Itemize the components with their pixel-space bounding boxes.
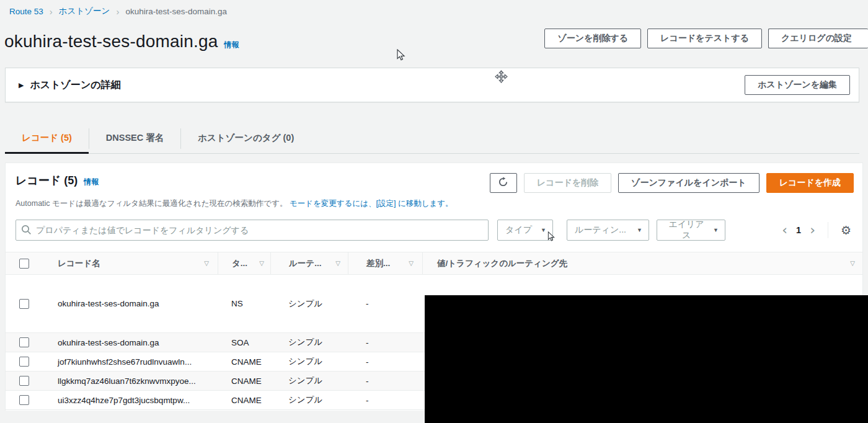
record-routing: シンプル: [288, 337, 322, 348]
record-differentiator: -: [366, 299, 369, 308]
row-checkbox[interactable]: [19, 337, 29, 347]
change-mode-settings-link[interactable]: モードを変更するには、[設定] に移動します。: [290, 199, 453, 208]
records-action-buttons: レコードを削除 ゾーンファイルをインポート レコードを作成: [490, 173, 855, 193]
header-action-buttons: ゾーンを削除する レコードをテストする クエリログの設定: [544, 29, 868, 48]
record-name: jof7kiunhwhsf2shse67rudlnvuawln...: [58, 357, 192, 367]
alias-filter-dropdown[interactable]: エイリアス ▼: [657, 220, 725, 241]
next-page-button[interactable]: ›: [810, 223, 815, 237]
record-name: okuhira-test-ses-domain.ga: [58, 299, 159, 308]
sort-icon[interactable]: ▽: [850, 260, 855, 267]
tab-records[interactable]: レコード (5): [5, 123, 89, 154]
query-logging-button[interactable]: クエリログの設定: [768, 29, 868, 48]
records-info-link[interactable]: 情報: [84, 177, 99, 187]
select-all-checkbox[interactable]: [19, 259, 29, 269]
import-zone-file-button[interactable]: ゾーンファイルをインポート: [618, 173, 760, 193]
refresh-icon: [498, 177, 508, 189]
record-filter-input[interactable]: [16, 220, 489, 241]
sort-icon[interactable]: ▽: [409, 260, 414, 267]
breadcrumb-separator-icon: ›: [50, 6, 53, 17]
routing-filter-label: ルーティン...: [575, 225, 626, 236]
row-checkbox[interactable]: [19, 299, 29, 309]
column-header-differentiator: 差別...: [366, 258, 390, 269]
hosted-zone-details-expander[interactable]: ▶ ホストゾーンの詳細: [19, 79, 121, 92]
pagination: ‹ 1 › ⚙: [782, 222, 855, 238]
record-routing: シンプル: [288, 356, 322, 367]
tab-dnssec-signing[interactable]: DNSSEC 署名: [89, 123, 180, 154]
record-differentiator: -: [366, 396, 369, 405]
records-description-text: Automatic モードは最適なフィルタ結果に最適化された現在の検索動作です。: [16, 199, 287, 208]
record-type: CNAME: [231, 357, 262, 367]
table-header-row: レコード名 ▽ タ... ▽ ルーテ... ▽ 差別... ▽ 値/トラフィック…: [6, 252, 862, 275]
record-routing: シンプル: [288, 394, 322, 406]
breadcrumb-separator-icon: ›: [116, 6, 119, 17]
record-routing: シンプル: [288, 375, 322, 386]
breadcrumb-route53-link[interactable]: Route 53: [9, 7, 43, 16]
delete-record-button[interactable]: レコードを削除: [524, 173, 611, 193]
move-cursor-icon: [495, 70, 508, 85]
page-title: okuhira-test-ses-domain.ga: [4, 32, 218, 51]
records-description: Automatic モードは最適なフィルタ結果に最適化された現在の検索動作です。…: [6, 198, 862, 209]
row-checkbox[interactable]: [19, 357, 29, 367]
record-name: okuhira-test-ses-domain.ga: [58, 338, 159, 347]
expander-arrow-icon: ▶: [19, 81, 24, 89]
alias-filter-label: エイリアス: [665, 219, 708, 241]
record-differentiator: -: [366, 338, 369, 347]
hosted-zone-details-panel: ▶ ホストゾーンの詳細 ホストゾーンを編集: [5, 68, 859, 102]
records-header: レコード (5) 情報 レコードを削除 ゾーンファイルをインポート レコードを作…: [6, 163, 862, 193]
type-filter-label: タイプ: [505, 225, 532, 236]
route53-hosted-zone-page: Route 53 › ホストゾーン › okuhira-test-ses-dom…: [0, 0, 868, 423]
hosted-zone-details-title: ホストゾーンの詳細: [30, 79, 120, 92]
tab-bar: レコード (5) DNSSEC 署名 ホストゾーンのタグ (0): [5, 123, 859, 154]
breadcrumb: Route 53 › ホストゾーン › okuhira-test-ses-dom…: [0, 0, 868, 17]
column-header-value: 値/トラフィックのルーティング先: [437, 258, 567, 269]
record-type: NS: [231, 299, 243, 308]
record-name: llgkkmq7az46luan7t6zknwvmxpyoe...: [58, 376, 196, 386]
chevron-down-icon: ▼: [541, 227, 546, 233]
tab-hosted-zone-tags[interactable]: ホストゾーンのタグ (0): [181, 123, 311, 154]
sort-icon[interactable]: ▽: [259, 260, 264, 267]
mouse-cursor-icon: [546, 231, 556, 244]
search-box: [16, 220, 489, 241]
sort-icon[interactable]: ▽: [335, 260, 340, 267]
record-differentiator: -: [366, 357, 369, 367]
current-page-number: 1: [796, 225, 801, 235]
type-filter-dropdown[interactable]: タイプ ▼: [497, 220, 553, 241]
pagination-divider: [828, 222, 828, 238]
records-title: レコード (5): [16, 173, 78, 188]
mouse-cursor-icon: [395, 49, 407, 63]
chevron-down-icon: ▼: [713, 227, 719, 233]
record-type: CNAME: [231, 376, 262, 386]
create-record-button[interactable]: レコードを作成: [766, 173, 854, 193]
gear-icon[interactable]: ⚙: [841, 225, 851, 236]
sort-icon[interactable]: ▽: [204, 260, 209, 267]
search-icon: [21, 225, 32, 237]
column-header-type: タ...: [232, 258, 247, 269]
delete-zone-button[interactable]: ゾーンを削除する: [544, 29, 641, 48]
test-records-button[interactable]: レコードをテストする: [647, 29, 762, 48]
row-checkbox[interactable]: [19, 376, 29, 386]
redacted-area: [425, 295, 868, 423]
previous-page-button[interactable]: ‹: [782, 223, 787, 237]
title-info-link[interactable]: 情報: [224, 40, 239, 50]
chevron-down-icon: ▼: [637, 227, 642, 233]
column-header-routing: ルーテ...: [289, 258, 321, 269]
record-type: SOA: [231, 338, 249, 347]
record-differentiator: -: [366, 376, 369, 386]
page-header: okuhira-test-ses-domain.ga 情報 ゾーンを削除する レ…: [0, 17, 868, 51]
column-header-record-name: レコード名: [58, 258, 100, 269]
row-checkbox[interactable]: [19, 395, 29, 405]
breadcrumb-hosted-zones-link[interactable]: ホストゾーン: [59, 6, 110, 17]
record-type: CNAME: [231, 396, 262, 405]
filter-row: タイプ ▼ ルーティン... ▼ エイリアス ▼ ‹ 1 › ⚙: [16, 220, 855, 241]
record-name: ui3xzz4q4hze7p7gdt3jucsbqmtpw...: [58, 396, 190, 405]
routing-filter-dropdown[interactable]: ルーティン... ▼: [567, 220, 649, 241]
breadcrumb-current-zone: okuhira-test-ses-domain.ga: [125, 7, 227, 16]
record-routing: シンプル: [288, 298, 322, 309]
edit-hosted-zone-button[interactable]: ホストゾーンを編集: [745, 75, 850, 95]
refresh-button[interactable]: [490, 173, 517, 193]
